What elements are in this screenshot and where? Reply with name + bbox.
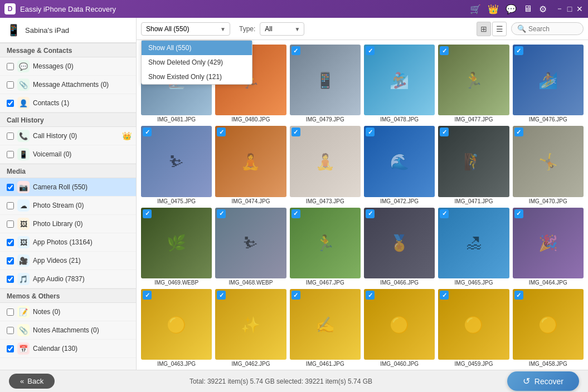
- sidebar-item-contacts[interactable]: 👤 Contacts (1): [0, 94, 136, 112]
- photo-item[interactable]: 🟡 ✓ IMG_0463.JPG: [141, 289, 212, 367]
- photo-item[interactable]: 🤸 ✓ IMG_0470.JPG: [513, 126, 584, 204]
- photo-item[interactable]: 🟡 ✓ IMG_0460.JPG: [364, 289, 435, 367]
- sidebar-item-message-attachments[interactable]: 📎 Message Attachments (0): [0, 76, 136, 94]
- app-title: Eassiy iPhone Data Recovery: [20, 5, 470, 13]
- bottom-bar: « Back Total: 39221 item(s) 5.74 GB sele…: [0, 370, 588, 392]
- view-buttons: ⊞ ☰: [477, 22, 507, 36]
- photo-item[interactable]: 📱 ✓ IMG_0479.JPG: [290, 45, 361, 122]
- sidebar-item-photo-stream[interactable]: ☁ Photo Stream (0): [0, 197, 136, 215]
- notes-checkbox[interactable]: [7, 308, 14, 316]
- notes-attachments-checkbox[interactable]: [7, 327, 14, 334]
- photo-item[interactable]: 🌊 ✓ IMG_0472.JPG: [364, 126, 435, 204]
- photo-stream-checkbox[interactable]: [7, 202, 14, 209]
- app-photos-checkbox[interactable]: [7, 239, 14, 246]
- photo-item[interactable]: 🏄 ✓ IMG_0476.JPG: [513, 45, 584, 122]
- messages-label: Messages (0): [33, 62, 132, 70]
- sidebar-item-app-photos[interactable]: 🖼 App Photos (13164): [0, 233, 136, 252]
- device-item[interactable]: 📱 Sabina's iPad: [0, 18, 136, 43]
- search-input[interactable]: [528, 25, 579, 33]
- photo-label: IMG_0468.WEBP: [215, 280, 286, 286]
- photo-item[interactable]: 🧘 ✓ IMG_0473.JPG: [290, 126, 361, 204]
- sidebar-item-calendar[interactable]: 📅 Calendar (130): [0, 340, 136, 358]
- sidebar-item-photo-library[interactable]: 🖼 Photo Library (0): [0, 215, 136, 233]
- app-videos-checkbox[interactable]: [7, 257, 14, 264]
- sidebar-item-app-videos[interactable]: 🎥 App Videos (21): [0, 252, 136, 270]
- sidebar-item-messages[interactable]: 💬 Messages (0): [0, 57, 136, 76]
- back-button[interactable]: « Back: [9, 374, 55, 389]
- contacts-icon: 👤: [17, 97, 30, 109]
- minimize-button[interactable]: －: [556, 5, 563, 13]
- photo-item[interactable]: 🏃 ✓ IMG_0467.JPG: [290, 208, 361, 286]
- settings-icon[interactable]: ⚙: [539, 4, 547, 14]
- photo-library-checkbox[interactable]: [7, 220, 14, 228]
- photo-item[interactable]: 🟡 ✓ IMG_0458.JPG: [513, 289, 584, 367]
- filter-menu-item-all[interactable]: Show All (550): [142, 41, 252, 55]
- camera-roll-label: Camera Roll (550): [33, 183, 132, 191]
- close-button[interactable]: ✕: [576, 5, 584, 13]
- sidebar-item-voicemail[interactable]: 📱 Voicemail (0): [0, 145, 136, 164]
- photo-grid-wrapper: ⛵ ✓ IMG_0481.JPG 🏃 ✓ IMG_0480.JPG 📱 ✓ IM…: [137, 40, 588, 370]
- cart-icon[interactable]: 🛒: [470, 4, 481, 14]
- notes-label: Notes (0): [33, 308, 132, 316]
- titlebar: D Eassiy iPhone Data Recovery 🛒 👑 💬 🖥 ⚙ …: [0, 0, 588, 18]
- recover-button[interactable]: ↺ Recover: [507, 371, 579, 391]
- sidebar-item-call-history[interactable]: 📞 Call History (0) 👑: [0, 127, 136, 145]
- filter-menu-item-deleted[interactable]: Show Deleted Only (429): [142, 55, 252, 70]
- photo-item[interactable]: 🧗 ✓ IMG_0471.JPG: [438, 126, 509, 204]
- photo-label: IMG_0467.JPG: [290, 280, 361, 286]
- call-history-checkbox[interactable]: [7, 133, 14, 140]
- crown-icon[interactable]: 👑: [488, 4, 499, 14]
- photo-item[interactable]: 🎉 ✓ IMG_0464.JPG: [513, 208, 584, 286]
- chat-icon[interactable]: 💬: [506, 4, 517, 14]
- monitor-icon[interactable]: 🖥: [523, 4, 532, 14]
- section-memos: Memos & Others: [0, 288, 136, 303]
- photo-item[interactable]: 🏃 ✓ IMG_0477.JPG: [438, 45, 509, 122]
- photo-label: IMG_0465.JPG: [438, 280, 509, 286]
- content-area: Show All (550) Show Deleted Only (429) S…: [137, 18, 588, 370]
- photo-item[interactable]: 🧘 ✓ IMG_0474.JPG: [215, 126, 286, 204]
- filter-dropdown[interactable]: Show All (550) Show Deleted Only (429) S…: [141, 22, 230, 36]
- filter-dropdown-wrapper: Show All (550) Show Deleted Only (429) S…: [141, 22, 230, 36]
- voicemail-icon: 📱: [17, 148, 30, 160]
- photo-library-label: Photo Library (0): [33, 220, 132, 228]
- photo-item[interactable]: 🌿 ✓ IMG_0469.WEBP: [141, 208, 212, 286]
- photo-label: IMG_0458.JPG: [513, 361, 584, 367]
- photo-label: IMG_0480.JPG: [215, 116, 286, 122]
- photo-grid: ⛵ ✓ IMG_0481.JPG 🏃 ✓ IMG_0480.JPG 📱 ✓ IM…: [141, 45, 584, 367]
- notes-attachments-icon: 📎: [17, 324, 30, 336]
- grid-view-button[interactable]: ⊞: [477, 22, 491, 36]
- photo-item[interactable]: ✍ ✓ IMG_0461.JPG: [290, 289, 361, 367]
- type-dropdown[interactable]: All JPG PNG WEBP: [260, 22, 304, 36]
- photo-item[interactable]: 🏅 ✓ IMG_0466.JPG: [364, 208, 435, 286]
- recover-icon: ↺: [523, 376, 530, 386]
- voicemail-checkbox[interactable]: [7, 151, 14, 158]
- contacts-checkbox[interactable]: [7, 100, 14, 107]
- back-label: Back: [27, 377, 43, 385]
- photo-item[interactable]: 🏂 ✓ IMG_0478.JPG: [364, 45, 435, 122]
- app-audio-checkbox[interactable]: [7, 276, 14, 283]
- sidebar-item-camera-roll[interactable]: 📷 Camera Roll (550): [0, 178, 136, 197]
- device-name: Sabina's iPad: [25, 26, 69, 35]
- message-attachments-checkbox[interactable]: [7, 81, 14, 89]
- calendar-checkbox[interactable]: [7, 345, 14, 352]
- search-icon: 🔍: [517, 24, 526, 33]
- list-view-button[interactable]: ☰: [492, 22, 507, 36]
- sidebar-item-notes-attachments[interactable]: 📎 Notes Attachments (0): [0, 321, 136, 340]
- sidebar-item-app-audio[interactable]: 🎵 App Audio (7837): [0, 270, 136, 288]
- messages-checkbox[interactable]: [7, 63, 14, 70]
- filter-menu-item-existed[interactable]: Show Existed Only (121): [142, 70, 252, 84]
- photo-item[interactable]: 🟡 ✓ IMG_0459.JPG: [438, 289, 509, 367]
- photo-label: IMG_0471.JPG: [438, 198, 509, 204]
- call-history-icon: 📞: [17, 130, 30, 142]
- photo-item[interactable]: ⛷ ✓ IMG_0475.JPG: [141, 126, 212, 204]
- photo-label: IMG_0475.JPG: [141, 198, 212, 204]
- message-attachments-icon: 📎: [17, 79, 30, 91]
- maximize-button[interactable]: □: [566, 5, 574, 13]
- photo-item[interactable]: ✨ ✓ IMG_0462.JPG: [215, 289, 286, 367]
- sidebar-item-notes[interactable]: 📝 Notes (0): [0, 303, 136, 321]
- photo-stream-icon: ☁: [17, 199, 30, 212]
- photo-label: IMG_0479.JPG: [290, 116, 361, 122]
- camera-roll-checkbox[interactable]: [7, 184, 14, 191]
- photo-item[interactable]: ⛷ ✓ IMG_0468.WEBP: [215, 208, 286, 286]
- photo-item[interactable]: 🏖 ✓ IMG_0465.JPG: [438, 208, 509, 286]
